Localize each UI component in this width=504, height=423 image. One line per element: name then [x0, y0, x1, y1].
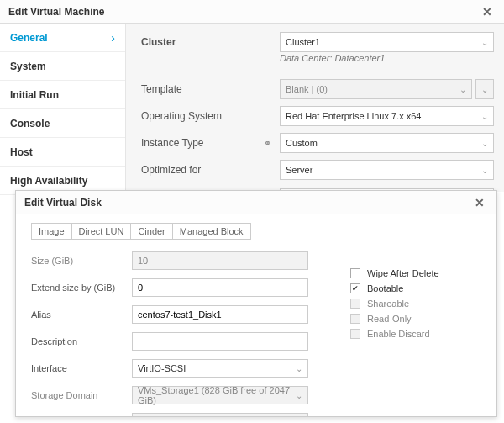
chevron-down-icon: ⌄: [481, 139, 488, 148]
sidebar-item-system[interactable]: System: [0, 52, 125, 81]
sidebar-item-label: Host: [10, 138, 33, 167]
template-label: Template: [141, 83, 280, 95]
instance-select[interactable]: Custom ⌄: [280, 133, 494, 153]
row-template: Template Blank | (0) ⌄ ⌄: [141, 79, 494, 99]
checkbox-column: Wipe After Delete Bootable Shareable Rea…: [350, 268, 476, 344]
disk-tabs: Image Direct LUN Cinder Managed Block: [31, 223, 485, 240]
checkbox-icon: [350, 268, 360, 278]
template-select[interactable]: Blank | (0) ⌄: [280, 79, 472, 99]
cluster-label: Cluster: [141, 36, 280, 48]
optimized-label: Optimized for: [141, 164, 280, 176]
sidebar-item-general[interactable]: General ›: [0, 24, 125, 52]
sidebar-item-label: Initial Run: [10, 81, 59, 109]
dialog-title: Edit Virtual Machine: [8, 0, 104, 24]
row-os: Operating System Red Hat Enterprise Linu…: [141, 106, 494, 126]
os-select[interactable]: Red Hat Enterprise Linux 7.x x64 ⌄: [280, 106, 494, 126]
row-cluster: Cluster Cluster1 ⌄: [141, 32, 494, 52]
tab-cinder[interactable]: Cinder: [130, 223, 172, 240]
sidebar-item-label: System: [10, 52, 46, 81]
storage-value: VMs_Storage1 (828 GiB free of 2047 GiB): [138, 385, 296, 405]
disk-dialog: Edit Virtual Disk ✕ Image Direct LUN Cin…: [15, 190, 497, 417]
datacenter-text: Data Center: Datacenter1: [280, 53, 494, 63]
optimized-value: Server: [286, 165, 312, 175]
extend-label: Extend size by (GiB): [31, 283, 132, 293]
alias-input[interactable]: [132, 305, 308, 324]
tab-image[interactable]: Image: [31, 223, 72, 240]
extend-input[interactable]: [132, 278, 308, 297]
checkbox-icon: [350, 283, 360, 293]
optimized-select[interactable]: Server ⌄: [280, 160, 494, 180]
main-layout: General › System Initial Run Console Hos…: [0, 24, 504, 192]
alias-label: Alias: [31, 309, 132, 320]
row-alloc: Allocation Policy Thin Provision ⌄: [31, 413, 485, 416]
desc-label: Description: [31, 336, 132, 346]
checkbox-icon: [350, 314, 360, 324]
chk-discard: Enable Discard: [350, 329, 476, 339]
chk-readonly: Read-Only: [350, 314, 476, 324]
close-icon[interactable]: ✕: [471, 191, 488, 214]
disk-body: Image Direct LUN Cinder Managed Block Si…: [16, 214, 496, 416]
sidebar-item-initial-run[interactable]: Initial Run: [0, 81, 125, 109]
row-storage: Storage Domain VMs_Storage1 (828 GiB fre…: [31, 386, 485, 404]
chevron-down-icon: ⌄: [459, 85, 466, 94]
row-interface: Interface VirtIO-SCSI ⌄: [31, 359, 485, 378]
sidebar-item-label: Console: [10, 109, 50, 138]
desc-input[interactable]: [132, 332, 308, 351]
link-icon: ⚭: [264, 138, 271, 149]
storage-select: VMs_Storage1 (828 GiB free of 2047 GiB) …: [132, 386, 308, 404]
storage-label: Storage Domain: [31, 390, 132, 400]
chevron-down-icon: ⌄: [481, 38, 488, 47]
chevron-down-icon: ⌄: [481, 85, 488, 94]
checkbox-icon: [350, 299, 360, 309]
template-value: Blank | (0): [286, 84, 328, 94]
row-datacenter: Data Center: Datacenter1: [141, 54, 494, 72]
chevron-down-icon: ⌄: [296, 391, 302, 400]
iface-label: Interface: [31, 363, 132, 373]
form-area: Cluster Cluster1 ⌄ Data Center: Datacent…: [126, 24, 504, 192]
template-extra[interactable]: ⌄: [475, 79, 494, 99]
size-label: Size (GiB): [31, 256, 132, 266]
instance-value: Custom: [286, 138, 318, 148]
chevron-down-icon: ⌄: [296, 364, 302, 373]
row-optimized: Optimized for Server ⌄: [141, 160, 494, 180]
sidebar-item-console[interactable]: Console: [0, 109, 125, 138]
chevron-down-icon: ⌄: [481, 112, 488, 121]
tab-managed-block[interactable]: Managed Block: [172, 223, 251, 240]
checkbox-icon: [350, 329, 360, 339]
os-value: Red Hat Enterprise Linux 7.x x64: [286, 111, 421, 121]
os-label: Operating System: [141, 110, 280, 122]
chk-bootable[interactable]: Bootable: [350, 283, 476, 293]
chevron-down-icon: ⌄: [481, 166, 488, 175]
iface-select[interactable]: VirtIO-SCSI ⌄: [132, 359, 308, 378]
dialog-header: Edit Virtual Machine ✕: [0, 0, 504, 24]
chk-wipe[interactable]: Wipe After Delete: [350, 268, 476, 278]
chevron-right-icon: ›: [111, 24, 115, 52]
cluster-select[interactable]: Cluster1 ⌄: [280, 32, 494, 52]
disk-dialog-header: Edit Virtual Disk ✕: [16, 191, 496, 214]
iface-value: VirtIO-SCSI: [138, 363, 186, 373]
sidebar: General › System Initial Run Console Hos…: [0, 24, 126, 192]
sidebar-item-label: General: [10, 24, 48, 52]
cluster-value: Cluster1: [286, 37, 320, 47]
close-icon[interactable]: ✕: [479, 0, 496, 24]
row-size: Size (GiB): [31, 251, 485, 270]
instance-label: Instance Type ⚭: [141, 137, 280, 149]
alloc-select: Thin Provision ⌄: [132, 413, 308, 416]
sidebar-item-host[interactable]: Host: [0, 138, 125, 167]
tab-direct-lun[interactable]: Direct LUN: [71, 223, 132, 240]
disk-dialog-title: Edit Virtual Disk: [24, 191, 102, 214]
chk-shareable: Shareable: [350, 299, 476, 309]
row-instance: Instance Type ⚭ Custom ⌄: [141, 133, 494, 153]
size-input: [132, 251, 308, 270]
